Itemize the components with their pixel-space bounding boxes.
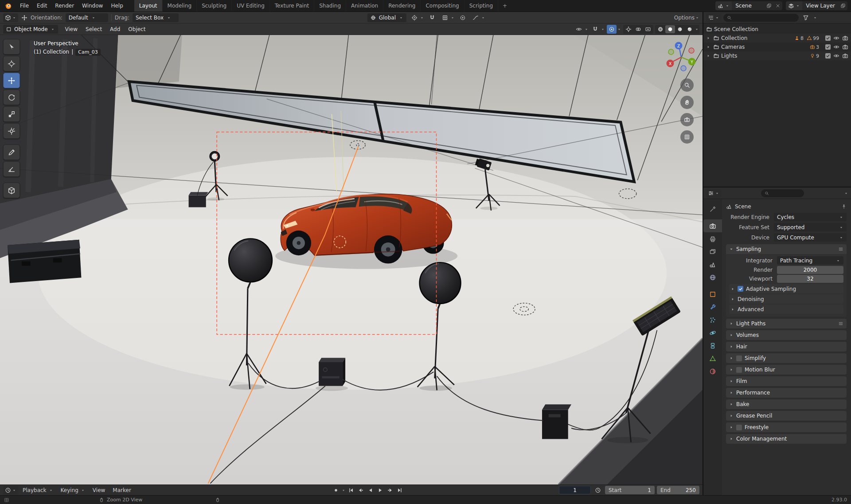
expand-icon[interactable] xyxy=(706,54,711,58)
menu-object[interactable]: Object xyxy=(125,25,149,34)
subpanel-denoising[interactable]: Denoising xyxy=(729,294,843,304)
outliner-editor-type-button[interactable] xyxy=(706,13,721,22)
proportional-editing-dropdown[interactable] xyxy=(607,25,621,34)
panel-color-management-header[interactable]: Color Management xyxy=(726,434,847,444)
panel-volumes-header[interactable]: Volumes xyxy=(726,330,847,340)
tool-rotate[interactable] xyxy=(3,90,20,105)
tab-view-layer[interactable] xyxy=(703,245,722,258)
panel-freestyle-header[interactable]: Freestyle xyxy=(726,422,847,432)
menu-file[interactable]: File xyxy=(16,0,33,12)
workspace-tab-layout[interactable]: Layout xyxy=(134,0,163,12)
simplify-checkbox[interactable] xyxy=(736,356,742,361)
tab-material[interactable] xyxy=(703,365,722,378)
outliner-row-cameras[interactable]: Cameras 3 xyxy=(703,43,851,51)
outliner-search[interactable] xyxy=(723,14,799,22)
exclude-checkbox[interactable] xyxy=(825,53,831,59)
panel-menu-icon[interactable] xyxy=(838,246,843,252)
next-keyframe-button[interactable] xyxy=(386,486,394,494)
outliner-row-lights[interactable]: Lights 9 xyxy=(703,51,851,60)
editor-type-button[interactable] xyxy=(3,13,18,22)
subpanel-advanced[interactable]: Advanced xyxy=(729,305,843,314)
3d-viewport[interactable]: User Perspective (1) Collection | Cam_03 xyxy=(0,35,703,484)
menu-select[interactable]: Select xyxy=(82,25,105,34)
panel-bake-header[interactable]: Bake xyxy=(726,399,847,409)
menu-window[interactable]: Window xyxy=(78,0,107,12)
frame-start-field[interactable]: Start 1 xyxy=(605,486,655,494)
scene-name-field[interactable]: Scene xyxy=(732,3,765,9)
panel-motion-blur-header[interactable]: Motion Blur xyxy=(726,365,847,375)
adaptive-sampling-checkbox[interactable] xyxy=(738,286,743,292)
show-gizmos-toggle[interactable] xyxy=(624,25,633,33)
panel-film-header[interactable]: Film xyxy=(726,376,847,386)
tab-output[interactable] xyxy=(703,232,722,245)
orthographic-toggle[interactable] xyxy=(680,130,694,144)
drag-dropdown[interactable]: Select Box xyxy=(133,13,179,22)
mode-dropdown[interactable]: Object Mode xyxy=(3,25,58,34)
tab-particles[interactable] xyxy=(703,313,722,326)
menu-timeline-view[interactable]: View xyxy=(90,487,108,493)
preview-range-toggle[interactable] xyxy=(593,486,603,495)
pin-icon[interactable] xyxy=(841,204,847,209)
workspace-tab-scripting[interactable]: Scripting xyxy=(465,0,498,12)
tab-modifiers[interactable] xyxy=(703,301,722,313)
workspace-tab-sculpting[interactable]: Sculpting xyxy=(197,0,232,12)
workspace-tab-animation[interactable]: Animation xyxy=(346,0,383,12)
workspace-tab-modeling[interactable]: Modeling xyxy=(163,0,197,12)
exclude-checkbox[interactable] xyxy=(825,35,831,41)
proportional-edit-toggle[interactable] xyxy=(458,13,468,22)
feature-set-dropdown[interactable]: Supported xyxy=(774,223,847,231)
tool-cursor[interactable] xyxy=(3,56,20,71)
panel-menu-icon[interactable] xyxy=(838,321,843,326)
workspace-tab-shading[interactable]: Shading xyxy=(314,0,346,12)
menu-help[interactable]: Help xyxy=(107,0,127,12)
expand-icon[interactable] xyxy=(706,36,711,40)
menu-edit[interactable]: Edit xyxy=(33,0,51,12)
camera-view-button[interactable] xyxy=(680,113,694,126)
show-overlays-toggle[interactable] xyxy=(633,25,643,33)
tab-world[interactable] xyxy=(703,271,722,284)
equipment-case[interactable] xyxy=(8,240,81,283)
panel-hair-header[interactable]: Hair xyxy=(726,342,847,352)
properties-search[interactable] xyxy=(761,189,804,197)
tool-scale[interactable] xyxy=(3,106,20,122)
tab-tool[interactable] xyxy=(703,203,722,215)
menu-view[interactable]: View xyxy=(62,25,81,34)
outliner-filter-button[interactable] xyxy=(801,13,811,22)
workspace-tab-compositing[interactable]: Compositing xyxy=(421,0,464,12)
expand-icon[interactable] xyxy=(706,45,711,49)
tab-render[interactable] xyxy=(703,219,722,232)
shading-material-button[interactable] xyxy=(675,25,685,33)
integrator-dropdown[interactable]: Path Tracing xyxy=(777,256,843,265)
tool-move[interactable] xyxy=(3,73,20,88)
panel-light-paths-header[interactable]: Light Paths xyxy=(726,319,847,328)
delete-scene-button[interactable] xyxy=(773,1,782,10)
generator-box-right[interactable] xyxy=(542,404,571,439)
pan-button[interactable] xyxy=(680,96,694,109)
jump-to-start-button[interactable] xyxy=(347,486,355,494)
tool-select-box[interactable] xyxy=(3,39,20,55)
properties-editor-type-button[interactable] xyxy=(706,189,721,198)
camera-icon[interactable] xyxy=(842,53,848,59)
panel-simplify-header[interactable]: Simplify xyxy=(726,353,847,363)
tool-annotate[interactable] xyxy=(3,145,20,160)
shading-wireframe-button[interactable] xyxy=(656,25,665,33)
scene-browse-button[interactable] xyxy=(715,1,732,10)
device-dropdown[interactable]: GPU Compute xyxy=(774,233,847,242)
new-view-layer-button[interactable] xyxy=(839,1,847,10)
transform-orientation-dropdown[interactable]: Global xyxy=(367,13,406,22)
zoom-button[interactable] xyxy=(680,78,694,92)
shading-dropdown-icon[interactable] xyxy=(695,27,699,31)
outliner-search-input[interactable] xyxy=(734,15,795,21)
options-dropdown[interactable]: Options xyxy=(674,15,699,21)
menu-keying[interactable]: Keying xyxy=(58,487,88,493)
shading-solid-button[interactable] xyxy=(665,25,675,33)
menu-marker[interactable]: Marker xyxy=(109,487,134,493)
samples-viewport-field[interactable]: 32 xyxy=(777,275,843,283)
tool-measure[interactable] xyxy=(3,161,20,177)
auto-keying-toggle[interactable] xyxy=(332,486,340,494)
object-visibility-dropdown[interactable] xyxy=(574,25,589,34)
freestyle-checkbox[interactable] xyxy=(736,425,742,430)
tab-object[interactable] xyxy=(703,288,722,301)
camera-icon[interactable] xyxy=(842,35,848,41)
menu-playback[interactable]: Playback xyxy=(20,487,56,493)
